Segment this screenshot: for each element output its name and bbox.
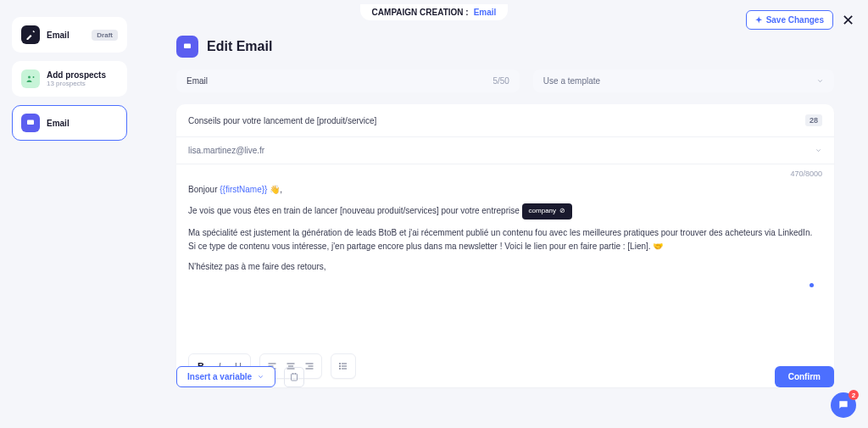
field-label: Email — [186, 76, 492, 86]
sidebar-item-label: Email — [47, 31, 85, 40]
sidebar-item-label: Add prospects — [47, 70, 118, 80]
body-text: Bonjour — [188, 185, 220, 194]
sidebar-item-sub: 13 prospects — [47, 80, 118, 87]
body-text: Si ce type de contenu vous intéresse, j'… — [188, 240, 822, 253]
subject-input[interactable] — [188, 116, 797, 125]
clock-icon: ⊘ — [559, 206, 565, 217]
sidebar-step-email-2[interactable]: Email — [12, 105, 127, 141]
sidebar: Email Draft Add prospects 13 prospects E… — [12, 17, 127, 141]
svg-point-3 — [340, 364, 341, 364]
chat-widget-button[interactable]: 2 — [831, 392, 856, 418]
sidebar-step-prospects[interactable]: Add prospects 13 prospects — [12, 61, 127, 97]
insert-variable-button[interactable]: Insert a variable — [176, 366, 275, 387]
chat-notification-badge: 2 — [849, 390, 859, 400]
template-placeholder: Use a template — [543, 76, 600, 86]
page-title: Edit Email — [207, 39, 272, 54]
chevron-down-icon — [257, 373, 264, 381]
resize-handle-icon[interactable] — [810, 283, 814, 287]
from-email: lisa.martinez@live.fr — [188, 146, 264, 155]
body-char-count: 470/8000 — [176, 164, 834, 178]
from-select[interactable]: lisa.martinez@live.fr — [176, 137, 834, 164]
attachment-button[interactable] — [284, 367, 304, 387]
chat-icon — [176, 36, 198, 58]
svg-point-0 — [28, 76, 31, 79]
template-select[interactable]: Use a template — [533, 69, 834, 92]
breadcrumb-label: CAMPAIGN CREATION : — [372, 8, 469, 17]
draft-badge: Draft — [92, 30, 118, 41]
insert-label: Insert a variable — [187, 372, 252, 381]
user-plus-icon — [21, 69, 40, 88]
body-text: Je vois que vous êtes en train de lancer… — [188, 206, 522, 215]
variable-firstname[interactable]: {{firstName}} — [220, 185, 267, 194]
chevron-down-icon — [815, 147, 822, 154]
breadcrumb-link[interactable]: Email — [474, 8, 497, 17]
campaign-name-field[interactable]: Email 5/50 — [176, 69, 520, 92]
subject-count-badge: 28 — [805, 114, 822, 126]
chat-icon — [837, 399, 849, 411]
svg-rect-2 — [184, 44, 191, 49]
chevron-down-icon — [816, 77, 824, 85]
email-body[interactable]: Bonjour {{firstName}} 👋, Je vois que vou… — [176, 178, 834, 345]
svg-rect-1 — [27, 120, 34, 125]
body-text: Ma spécialité est justement la génératio… — [188, 226, 822, 240]
chat-icon — [21, 114, 40, 132]
body-text: 👋, — [267, 185, 282, 194]
char-count: 5/50 — [492, 76, 509, 86]
svg-rect-6 — [292, 374, 298, 381]
email-editor: 28 lisa.martinez@live.fr 470/8000 Bonjou… — [176, 104, 834, 387]
variable-company-chip[interactable]: company⊘ — [522, 203, 572, 220]
confirm-button[interactable]: Confirm — [775, 366, 834, 387]
breadcrumb: CAMPAIGN CREATION : Email — [360, 4, 509, 20]
feather-icon — [21, 25, 40, 44]
body-text: N'hésitez pas à me faire des retours, — [188, 260, 822, 274]
sidebar-item-label: Email — [47, 119, 118, 128]
